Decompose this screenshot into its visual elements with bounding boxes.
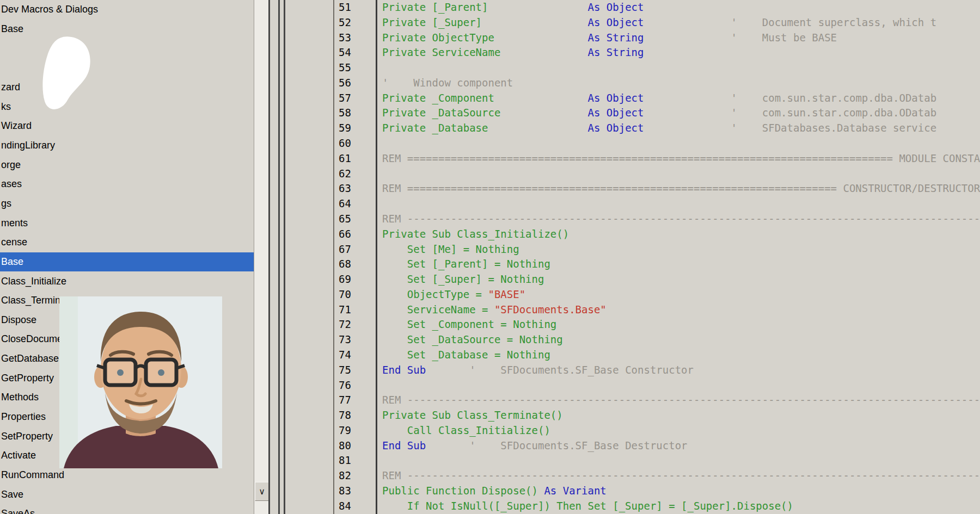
- code-line[interactable]: [382, 166, 980, 182]
- line-number: 55: [339, 60, 376, 76]
- white-blob-overlay: [41, 36, 92, 120]
- code-line[interactable]: Set _DataSource = Nothing: [382, 332, 980, 348]
- line-number: 72: [339, 317, 376, 332]
- code-line[interactable]: End Sub ' SFDocuments.SF_Base Constructo…: [382, 363, 980, 378]
- code-line[interactable]: Private _Component As Object ' com.sun.s…: [382, 91, 980, 106]
- code-line[interactable]: Call Class_Initialize(): [382, 423, 980, 438]
- code-line[interactable]: ServiceName = "SFDocuments.Base": [382, 302, 980, 318]
- line-number: 65: [339, 212, 376, 227]
- code-line[interactable]: Private [_Parent] As Object: [382, 0, 980, 15]
- splitter-handle[interactable]: [284, 0, 285, 514]
- line-number: 66: [339, 227, 376, 242]
- code-line[interactable]: REM ------------------------------------…: [382, 393, 980, 408]
- code-area[interactable]: Private [_Parent] As ObjectPrivate [_Sup…: [377, 0, 980, 514]
- code-line[interactable]: Set _Database = Nothing: [382, 348, 980, 363]
- scroll-down-button[interactable]: ∨: [255, 482, 269, 501]
- tree-item[interactable]: ases: [0, 175, 254, 194]
- tree-item[interactable]: ks: [0, 97, 254, 116]
- line-number: 83: [339, 484, 376, 499]
- white-blob-shape: [41, 36, 92, 120]
- tree-item[interactable]: RunCommand: [0, 466, 254, 485]
- line-number: 67: [339, 242, 376, 257]
- tree-item[interactable]: Dev Macros & Dialogs: [0, 0, 254, 20]
- line-number: 73: [339, 332, 376, 348]
- line-number: 84: [339, 499, 376, 514]
- line-number: 69: [339, 272, 376, 287]
- code-line[interactable]: [382, 60, 980, 76]
- code-editor: 5152535455565758596061626364656667686970…: [333, 0, 980, 514]
- line-number: 58: [339, 106, 376, 121]
- code-line[interactable]: ' Window component: [382, 76, 980, 91]
- code-line[interactable]: [382, 196, 980, 212]
- line-number: 51: [339, 0, 376, 15]
- tree-item[interactable]: Class_Initialize: [0, 271, 254, 291]
- code-line[interactable]: ObjectType = "BASE": [382, 287, 980, 302]
- tree-item[interactable]: [0, 58, 254, 78]
- tree-item[interactable]: SaveAs: [0, 504, 254, 514]
- tree-item[interactable]: gs: [0, 194, 254, 214]
- line-number: 71: [339, 302, 376, 318]
- tree-item[interactable]: ndingLibrary: [0, 136, 254, 156]
- line-number: 59: [339, 121, 376, 136]
- code-line[interactable]: REM ------------------------------------…: [382, 468, 980, 484]
- line-number-gutter: 5152535455565758596061626364656667686970…: [334, 0, 376, 514]
- code-line[interactable]: Set _Component = Nothing: [382, 317, 980, 332]
- line-number: 60: [339, 136, 376, 151]
- code-line[interactable]: Private _Database As Object ' SFDatabase…: [382, 121, 980, 136]
- tree-item[interactable]: ments: [0, 213, 254, 233]
- code-line[interactable]: If Not IsNull([_Super]) Then Set [_Super…: [382, 499, 980, 514]
- line-number: 54: [339, 45, 376, 60]
- tree-item[interactable]: Save: [0, 485, 254, 504]
- code-line[interactable]: REM ====================================…: [382, 181, 980, 196]
- line-number: 57: [339, 91, 376, 106]
- tree-item[interactable]: Base: [0, 252, 254, 272]
- line-number: 77: [339, 393, 376, 408]
- tree-item[interactable]: cense: [0, 233, 254, 252]
- man-portrait-image: [59, 296, 222, 468]
- line-number: 82: [339, 468, 376, 484]
- code-line[interactable]: End Sub ' SFDocuments.SF_Base Destructor: [382, 438, 980, 454]
- tree-item[interactable]: Wizard: [0, 116, 254, 136]
- tree-item[interactable]: [0, 39, 254, 58]
- line-number: 62: [339, 166, 376, 182]
- line-number: 78: [339, 408, 376, 423]
- code-line[interactable]: Public Function Dispose() As Variant: [382, 484, 980, 499]
- tree-item[interactable]: orge: [0, 155, 254, 175]
- code-line[interactable]: Private [_Super] As Object ' Document su…: [382, 15, 980, 30]
- line-number: 76: [339, 378, 376, 393]
- code-line[interactable]: Set [_Parent] = Nothing: [382, 257, 980, 272]
- code-line[interactable]: Set [_Super] = Nothing: [382, 272, 980, 287]
- code-line[interactable]: [382, 378, 980, 393]
- code-line[interactable]: [382, 136, 980, 151]
- tree-item[interactable]: zard: [0, 78, 254, 97]
- tree-item[interactable]: Base: [0, 20, 254, 39]
- tree-scrollbar[interactable]: ∨: [254, 0, 269, 514]
- code-line[interactable]: [382, 453, 980, 468]
- line-number: 70: [339, 287, 376, 302]
- line-number: 79: [339, 423, 376, 438]
- portrait-photo: [59, 296, 222, 468]
- line-number: 80: [339, 438, 376, 454]
- code-line[interactable]: Private ServiceName As String: [382, 45, 980, 60]
- line-number: 64: [339, 196, 376, 212]
- line-number: 75: [339, 363, 376, 378]
- line-number: 53: [339, 30, 376, 46]
- chevron-down-icon: ∨: [259, 486, 265, 497]
- line-number: 63: [339, 181, 376, 196]
- code-line[interactable]: Set [Me] = Nothing: [382, 242, 980, 257]
- basic-ide-window: { "colors": { "background": "#d6d3cc", "…: [0, 0, 980, 514]
- code-line[interactable]: Private Sub Class_Terminate(): [382, 408, 980, 423]
- line-number: 61: [339, 151, 376, 166]
- line-number: 81: [339, 453, 376, 468]
- line-number: 68: [339, 257, 376, 272]
- line-number: 74: [339, 348, 376, 363]
- code-line[interactable]: Private ObjectType As String ' Must be B…: [382, 30, 980, 46]
- code-line[interactable]: Private _DataSource As Object ' com.sun.…: [382, 106, 980, 121]
- code-line[interactable]: Private Sub Class_Initialize(): [382, 227, 980, 242]
- splitter-handle[interactable]: [278, 0, 280, 514]
- line-number: 56: [339, 76, 376, 91]
- code-line[interactable]: REM ====================================…: [382, 151, 980, 166]
- panel-divider: [268, 0, 270, 514]
- line-number: 52: [339, 15, 376, 30]
- code-line[interactable]: REM ------------------------------------…: [382, 212, 980, 227]
